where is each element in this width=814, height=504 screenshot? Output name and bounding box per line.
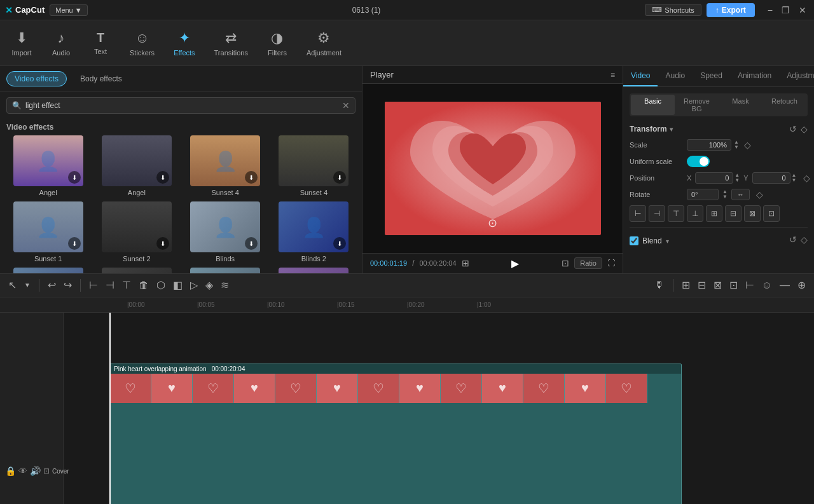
ratio-button[interactable]: Ratio — [574, 257, 602, 269]
emoji-button[interactable]: ☺ — [760, 278, 774, 293]
tab-video-effects[interactable]: Video effects — [6, 71, 67, 86]
search-clear-button[interactable]: ✕ — [342, 100, 350, 111]
shortcuts-button[interactable]: ⌨ Shortcuts — [645, 4, 701, 16]
freeze-button[interactable]: ≋ — [219, 277, 231, 293]
align-center-h-button[interactable]: ⊣ — [649, 205, 665, 222]
clip-controls-5[interactable]: ⊢ — [743, 277, 756, 293]
keyframe-icon[interactable]: ◇ — [801, 124, 808, 134]
list-item[interactable]: 👤 — [272, 268, 355, 273]
reset-icon[interactable]: ↺ — [789, 124, 797, 134]
clip-controls-1[interactable]: ⊞ — [680, 277, 692, 293]
lock-icon[interactable]: 🔒 — [5, 466, 16, 476]
align-dist-v-button[interactable]: ⊡ — [763, 205, 780, 222]
list-item[interactable]: 👤 — [184, 268, 267, 273]
clip-controls-4[interactable]: ⊡ — [728, 277, 740, 293]
play-range-button[interactable]: ▷ — [188, 277, 200, 293]
tab-adjustment[interactable]: Adjustm... — [779, 66, 814, 86]
mode-retouch[interactable]: Retouch — [762, 95, 806, 115]
list-item[interactable] — [95, 268, 178, 273]
restore-button[interactable]: ❐ — [779, 5, 792, 15]
toolbar-filters[interactable]: ◑ Filters — [258, 26, 296, 60]
trim-right-button[interactable]: ⊤ — [120, 277, 133, 293]
select-tool[interactable]: ↖ — [6, 277, 18, 293]
tab-body-effects[interactable]: Body effects — [72, 71, 130, 86]
align-bottom-button[interactable]: ⊟ — [725, 205, 742, 222]
split-button[interactable]: ⊢ — [87, 277, 100, 293]
list-item[interactable]: 👤 ⬇ Sunset 4 — [184, 135, 267, 196]
mask-button[interactable]: ⬡ — [155, 277, 167, 293]
rotate-input[interactable] — [687, 189, 719, 200]
timeline-grid-icon[interactable]: ⊞ — [462, 258, 469, 268]
pip-button[interactable]: ◧ — [171, 277, 184, 293]
toolbar-adjustment[interactable]: ⚙ Adjustment — [298, 26, 350, 60]
blend-checkbox[interactable] — [630, 236, 638, 245]
align-right-button[interactable]: ⊤ — [668, 205, 684, 222]
list-item[interactable]: ⬇ Sunset 4 — [272, 135, 355, 196]
list-item[interactable]: ⬇ Sunset 2 — [95, 201, 178, 262]
cover-icon[interactable]: ⊡ — [43, 467, 50, 475]
position-x-input[interactable] — [695, 172, 733, 184]
volume-slider[interactable]: — — [778, 278, 792, 293]
list-item[interactable]: 👤 ⬇ Angel — [6, 135, 90, 196]
redo-button[interactable]: ↪ — [62, 277, 74, 293]
uniform-scale-toggle[interactable] — [687, 156, 710, 167]
clip-controls-2[interactable]: ⊟ — [696, 277, 708, 293]
fullscreen-icon[interactable]: ⛶ — [607, 259, 615, 268]
blend-keyframe-icon[interactable]: ◇ — [801, 235, 808, 245]
pos-y-down-button[interactable]: ▼ — [792, 178, 797, 183]
mic-button[interactable]: 🎙 — [652, 278, 666, 293]
scale-keyframe-icon[interactable]: ◇ — [744, 140, 751, 150]
export-button[interactable]: ↑ Export — [707, 3, 755, 17]
menu-button[interactable]: Menu ▼ — [50, 4, 87, 16]
undo-button[interactable]: ↩ — [46, 277, 58, 293]
play-button[interactable]: ▶ — [511, 257, 519, 269]
download-icon: ⬇ — [156, 237, 169, 250]
flip-h-button[interactable]: ↔ — [731, 189, 750, 200]
align-center-v-button[interactable]: ⊞ — [706, 205, 722, 222]
mode-basic[interactable]: Basic — [631, 95, 675, 115]
position-y-input[interactable] — [752, 172, 790, 184]
clip-controls-3[interactable]: ⊠ — [712, 277, 724, 293]
toolbar-import[interactable]: ⬇ Import — [3, 26, 41, 60]
tab-animation[interactable]: Animation — [730, 66, 779, 86]
align-left-button[interactable]: ⊢ — [630, 205, 646, 222]
list-item[interactable]: 👤 ⬇ Blinds — [184, 201, 267, 262]
group-button[interactable]: ◈ — [204, 277, 215, 293]
close-button[interactable]: ✕ — [796, 5, 809, 15]
toolbar-effects[interactable]: ✦ Effects — [165, 26, 204, 60]
list-item[interactable]: 👤 ⬇ Sunset 1 — [6, 201, 90, 262]
tab-video[interactable]: Video — [623, 66, 658, 86]
select-dropdown[interactable]: ▼ — [22, 280, 32, 290]
blend-reset-icon[interactable]: ↺ — [789, 235, 797, 245]
add-track-button[interactable]: ⊕ — [796, 277, 808, 293]
mute-icon[interactable]: 🔊 — [30, 466, 41, 476]
toolbar-stickers[interactable]: ☺ Stickers — [121, 26, 163, 60]
align-dist-h-button[interactable]: ⊠ — [744, 205, 761, 222]
eye-icon[interactable]: 👁 — [18, 466, 27, 476]
mode-mask[interactable]: Mask — [719, 95, 762, 115]
rotate-keyframe-icon[interactable]: ◇ — [756, 189, 763, 200]
align-top-button[interactable]: ⊥ — [687, 205, 703, 222]
video-clip[interactable]: Pink heart overlapping animation 00:00:2… — [109, 364, 682, 505]
list-item[interactable]: 👤 — [6, 268, 90, 273]
list-item[interactable]: 👤 ⬇ Blinds 2 — [272, 201, 355, 262]
search-input[interactable] — [25, 101, 338, 110]
minimize-button[interactable]: − — [765, 5, 775, 15]
toolbar-text[interactable]: T Text — [81, 27, 120, 59]
frame-icon[interactable]: ⊡ — [562, 258, 569, 268]
tab-speed[interactable]: Speed — [693, 66, 730, 86]
rotate-down-button[interactable]: ▼ — [722, 194, 728, 200]
player-menu-icon[interactable]: ≡ — [610, 71, 615, 79]
mode-remove-bg[interactable]: Remove BG — [675, 95, 719, 115]
toolbar-transitions[interactable]: ⇄ Transitions — [205, 26, 257, 60]
list-item[interactable]: ⬇ Angel — [95, 135, 178, 196]
scale-input[interactable] — [687, 139, 731, 151]
trim-left-button[interactable]: ⊣ — [104, 277, 116, 293]
tab-audio[interactable]: Audio — [658, 66, 693, 86]
position-keyframe-icon[interactable]: ◇ — [803, 173, 810, 183]
delete-button[interactable]: 🗑 — [137, 278, 151, 293]
scale-down-button[interactable]: ▼ — [734, 145, 739, 150]
pos-x-down-button[interactable]: ▼ — [735, 178, 740, 183]
playhead[interactable] — [109, 313, 111, 505]
toolbar-audio[interactable]: ♪ Audio — [42, 26, 80, 60]
